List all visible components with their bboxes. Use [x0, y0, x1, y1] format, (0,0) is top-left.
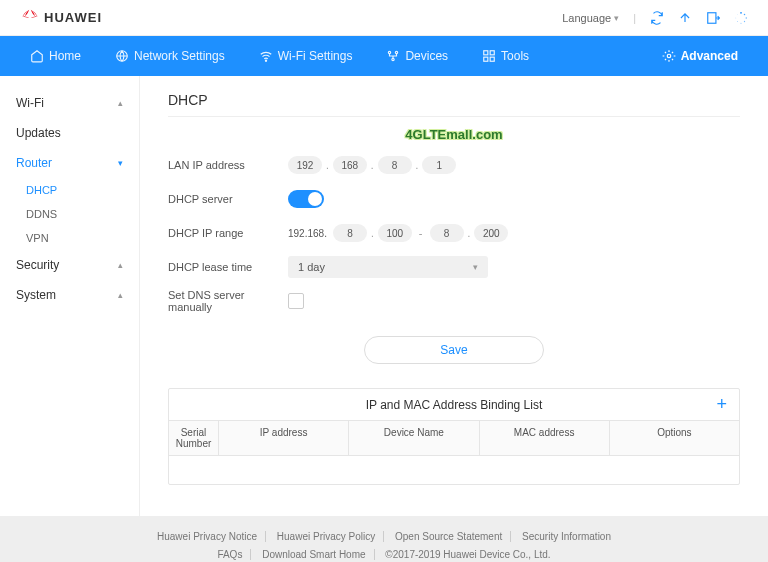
svg-point-12 — [396, 51, 398, 53]
svg-point-8 — [737, 14, 738, 15]
footer-security-info[interactable]: Security Information — [514, 531, 619, 542]
nav-wifi[interactable]: Wi-Fi Settings — [259, 49, 353, 63]
footer: Huawei Privacy Notice Huawei Privacy Pol… — [0, 516, 768, 562]
ip-octet-1[interactable]: 192 — [288, 156, 322, 174]
sidebar-dhcp[interactable]: DHCP — [0, 178, 139, 202]
nav-devices[interactable]: Devices — [386, 49, 448, 63]
svg-point-7 — [735, 17, 736, 18]
sidebar-system[interactable]: System▴ — [0, 280, 139, 310]
chevron-down-icon: ▾ — [614, 13, 619, 23]
svg-point-5 — [740, 22, 741, 23]
main-panel: DHCP 4GLTEmall.com LAN IP address 192. 1… — [140, 76, 768, 516]
binding-title: IP and MAC Address Binding List — [366, 398, 543, 412]
col-options: Options — [610, 421, 739, 455]
ip-octet-4[interactable]: 1 — [422, 156, 456, 174]
nav-advanced[interactable]: Advanced — [662, 49, 738, 63]
lease-value: 1 day — [298, 261, 325, 273]
dhcp-range-input: 192.168. 8. 100 - 8. 200 — [288, 224, 508, 242]
huawei-icon — [20, 8, 40, 28]
upload-icon[interactable] — [678, 11, 692, 25]
svg-rect-14 — [484, 51, 488, 55]
add-binding-button[interactable]: + — [716, 394, 727, 415]
svg-point-6 — [737, 20, 738, 21]
lan-ip-input: 192. 168. 8. 1 — [288, 156, 456, 174]
footer-faqs[interactable]: FAQs — [209, 549, 251, 560]
binding-body — [169, 456, 739, 484]
brand-logo: HUAWEI — [20, 8, 102, 28]
svg-point-18 — [667, 54, 671, 58]
nav-network[interactable]: Network Settings — [115, 49, 225, 63]
chevron-down-icon: ▾ — [118, 158, 123, 168]
chevron-up-icon: ▴ — [118, 260, 123, 270]
brand-text: HUAWEI — [44, 10, 102, 25]
main-nav: Home Network Settings Wi-Fi Settings Dev… — [0, 36, 768, 76]
language-label: Language — [562, 12, 611, 24]
svg-rect-0 — [708, 12, 716, 23]
col-device: Device Name — [349, 421, 479, 455]
header: HUAWEI Language ▾ | — [0, 0, 768, 36]
language-selector[interactable]: Language ▾ — [562, 12, 619, 24]
refresh-icon[interactable] — [650, 11, 664, 25]
ip-octet-2[interactable]: 168 — [333, 156, 367, 174]
range-end-3[interactable]: 8 — [430, 224, 464, 242]
svg-rect-16 — [484, 57, 488, 61]
watermark: 4GLTEmall.com — [168, 127, 740, 142]
svg-point-3 — [746, 17, 747, 18]
logout-icon[interactable] — [706, 11, 720, 25]
sidebar-router[interactable]: Router▾ — [0, 148, 139, 178]
nav-tools[interactable]: Tools — [482, 49, 529, 63]
dns-label: Set DNS server manually — [168, 289, 288, 313]
chevron-up-icon: ▴ — [118, 98, 123, 108]
svg-point-10 — [265, 60, 266, 61]
col-ip: IP address — [219, 421, 349, 455]
sidebar-ddns[interactable]: DDNS — [0, 202, 139, 226]
ip-octet-3[interactable]: 8 — [378, 156, 412, 174]
svg-point-11 — [389, 51, 391, 53]
devices-icon — [386, 49, 400, 63]
range-prefix: 192.168. — [288, 228, 327, 239]
range-end-4[interactable]: 200 — [474, 224, 508, 242]
divider — [168, 116, 740, 117]
binding-list: IP and MAC Address Binding List + Serial… — [168, 388, 740, 485]
page-title: DHCP — [168, 92, 740, 108]
chevron-down-icon: ▾ — [473, 262, 478, 272]
svg-point-1 — [740, 11, 742, 13]
footer-download[interactable]: Download Smart Home — [254, 549, 374, 560]
divider: | — [633, 12, 636, 24]
sidebar-security[interactable]: Security▴ — [0, 250, 139, 280]
save-button[interactable]: Save — [364, 336, 544, 364]
sidebar-wifi[interactable]: Wi-Fi▴ — [0, 88, 139, 118]
lan-ip-row: LAN IP address 192. 168. 8. 1 — [168, 148, 740, 182]
range-start-3[interactable]: 8 — [333, 224, 367, 242]
svg-point-2 — [744, 13, 746, 15]
nav-home[interactable]: Home — [30, 49, 81, 63]
lan-ip-label: LAN IP address — [168, 159, 288, 171]
footer-privacy-policy[interactable]: Huawei Privacy Policy — [269, 531, 384, 542]
col-serial: Serial Number — [169, 421, 219, 455]
footer-copyright: ©2017-2019 Huawei Device Co., Ltd. — [377, 549, 558, 560]
loading-icon — [734, 11, 748, 25]
lease-select[interactable]: 1 day ▾ — [288, 256, 488, 278]
dns-checkbox[interactable] — [288, 293, 304, 309]
sidebar-updates[interactable]: Updates — [0, 118, 139, 148]
dhcp-server-toggle[interactable] — [288, 190, 324, 208]
lease-row: DHCP lease time 1 day ▾ — [168, 250, 740, 284]
range-start-4[interactable]: 100 — [378, 224, 412, 242]
dns-row: Set DNS server manually — [168, 284, 740, 318]
home-icon — [30, 49, 44, 63]
footer-open-source[interactable]: Open Source Statement — [387, 531, 511, 542]
col-mac: MAC address — [480, 421, 610, 455]
binding-header: IP and MAC Address Binding List + — [169, 389, 739, 421]
svg-rect-15 — [490, 51, 494, 55]
globe-icon — [115, 49, 129, 63]
header-actions: Language ▾ | — [562, 11, 748, 25]
svg-point-4 — [744, 20, 745, 21]
sidebar-vpn[interactable]: VPN — [0, 226, 139, 250]
footer-privacy-notice[interactable]: Huawei Privacy Notice — [149, 531, 266, 542]
wifi-icon — [259, 49, 273, 63]
range-dash: - — [416, 227, 426, 239]
svg-rect-17 — [490, 57, 494, 61]
sidebar: Wi-Fi▴ Updates Router▾ DHCP DDNS VPN Sec… — [0, 76, 140, 516]
binding-columns: Serial Number IP address Device Name MAC… — [169, 421, 739, 456]
tools-icon — [482, 49, 496, 63]
